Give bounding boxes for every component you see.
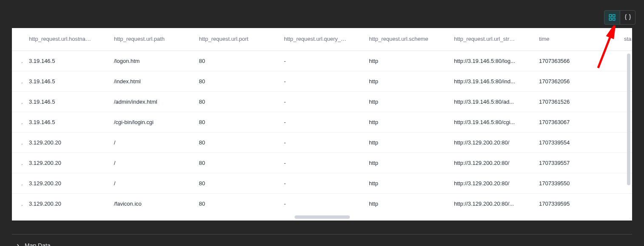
cell-scheme: http (365, 133, 450, 153)
table-row[interactable]: .3.19.146.5/logon.htm80-httphttp://3.19.… (12, 51, 632, 71)
cell-hostname: 3.129.200.20 (25, 153, 110, 173)
section-divider (12, 234, 632, 235)
json-view-button[interactable] (620, 11, 635, 24)
cell-time: 1707339550 (535, 173, 620, 194)
cell-scheme: http (365, 51, 450, 71)
cell-port: 80 (195, 133, 280, 153)
col-header-scheme[interactable]: http_request.url.scheme (365, 28, 450, 51)
data-table: http_request.url.hostna… http_request.ur… (12, 28, 632, 214)
cell-port: 80 (195, 92, 280, 112)
cell-hostname: 3.19.146.5 (25, 51, 110, 71)
row-dot: . (12, 173, 25, 194)
row-dot: . (12, 133, 25, 153)
cell-query: - (280, 92, 365, 112)
cell-trailing (620, 194, 632, 214)
cell-port: 80 (195, 112, 280, 133)
cell-urlstr: http://3.19.146.5:80/cgi... (450, 112, 535, 133)
table-row[interactable]: .3.19.146.5/admin/index.html80-httphttp:… (12, 92, 632, 112)
svg-rect-0 (609, 14, 611, 17)
cell-hostname: 3.19.146.5 (25, 92, 110, 112)
cell-time: 1707361526 (535, 92, 620, 112)
cell-scheme: http (365, 112, 450, 133)
cell-path: /favicon.ico (110, 194, 195, 214)
cell-query: - (280, 133, 365, 153)
cell-urlstr: http://3.19.146.5:80/ind... (450, 71, 535, 92)
horizontal-scrollbar[interactable] (295, 215, 350, 219)
row-dot: . (12, 194, 25, 214)
cell-path: / (110, 173, 195, 194)
cell-port: 80 (195, 51, 280, 71)
svg-rect-2 (609, 18, 611, 20)
cell-urlstr: http://3.19.146.5:80/ad... (450, 92, 535, 112)
data-table-container: http_request.url.hostna… http_request.ur… (12, 28, 632, 221)
svg-rect-1 (613, 14, 615, 17)
cell-urlstr: http://3.129.200.20:80/ (450, 153, 535, 173)
col-header-hostname[interactable]: http_request.url.hostna… (25, 28, 110, 51)
cell-path: /cgi-bin/login.cgi (110, 112, 195, 133)
cell-time: 1707339554 (535, 133, 620, 153)
map-data-label: Map Data (25, 242, 51, 246)
cell-scheme: http (365, 194, 450, 214)
cell-query: - (280, 194, 365, 214)
cell-urlstr: http://3.129.200.20:80/ (450, 133, 535, 153)
grid-view-button[interactable] (604, 11, 620, 24)
top-bar (0, 0, 644, 28)
cell-port: 80 (195, 194, 280, 214)
table-scroll-area[interactable]: http_request.url.hostna… http_request.ur… (12, 28, 632, 221)
row-dot: . (12, 153, 25, 173)
cell-scheme: http (365, 92, 450, 112)
cell-hostname: 3.129.200.20 (25, 194, 110, 214)
cell-hostname: 3.129.200.20 (25, 133, 110, 153)
grid-icon (608, 14, 616, 21)
vertical-scrollbar[interactable] (627, 54, 630, 185)
col-header-time[interactable]: time (535, 28, 620, 51)
cell-path: / (110, 133, 195, 153)
cell-time: 1707363566 (535, 51, 620, 71)
col-header-urlstr[interactable]: http_request.url.url_str… (450, 28, 535, 51)
cell-hostname: 3.19.146.5 (25, 71, 110, 92)
row-dot: . (12, 112, 25, 133)
svg-rect-3 (613, 18, 615, 20)
row-dot: . (12, 51, 25, 71)
col-header-path[interactable]: http_request.url.path (110, 28, 195, 51)
cell-hostname: 3.129.200.20 (25, 173, 110, 194)
table-row[interactable]: .3.129.200.20/80-httphttp://3.129.200.20… (12, 133, 632, 153)
col-header-port[interactable]: http_request.url.port (195, 28, 280, 51)
cell-time: 1707362056 (535, 71, 620, 92)
cell-path: /logon.htm (110, 51, 195, 71)
cell-urlstr: http://3.129.200.20:80/... (450, 194, 535, 214)
cell-port: 80 (195, 153, 280, 173)
map-data-section-header[interactable]: Map Data (15, 242, 644, 246)
table-row[interactable]: .3.19.146.5/index.html80-httphttp://3.19… (12, 71, 632, 92)
cell-scheme: http (365, 173, 450, 194)
table-row[interactable]: .3.129.200.20/favicon.ico80-httphttp://3… (12, 194, 632, 214)
cell-time: 1707339595 (535, 194, 620, 214)
row-dot: . (12, 92, 25, 112)
chevron-right-icon (15, 243, 20, 246)
view-toggle-group (604, 10, 635, 25)
row-dot: . (12, 71, 25, 92)
cell-time: 1707339557 (535, 153, 620, 173)
cell-hostname: 3.19.146.5 (25, 112, 110, 133)
braces-icon (624, 14, 632, 21)
cell-time: 1707363067 (535, 112, 620, 133)
table-row[interactable]: .3.129.200.20/80-httphttp://3.129.200.20… (12, 153, 632, 173)
cell-scheme: http (365, 71, 450, 92)
table-header-row: http_request.url.hostna… http_request.ur… (12, 28, 632, 51)
cell-path: / (110, 153, 195, 173)
cell-query: - (280, 51, 365, 71)
cell-query: - (280, 71, 365, 92)
cell-port: 80 (195, 173, 280, 194)
cell-path: /admin/index.html (110, 92, 195, 112)
cell-urlstr: http://3.129.200.20:80/ (450, 173, 535, 194)
cell-query: - (280, 173, 365, 194)
cell-query: - (280, 112, 365, 133)
cell-path: /index.html (110, 71, 195, 92)
col-header-query[interactable]: http_request.url.query_… (280, 28, 365, 51)
table-row[interactable]: .3.129.200.20/80-httphttp://3.129.200.20… (12, 173, 632, 194)
col-header-last[interactable]: sta (620, 28, 632, 51)
cell-scheme: http (365, 153, 450, 173)
table-row[interactable]: .3.19.146.5/cgi-bin/login.cgi80-httphttp… (12, 112, 632, 133)
cell-urlstr: http://3.19.146.5:80/log... (450, 51, 535, 71)
cell-port: 80 (195, 71, 280, 92)
